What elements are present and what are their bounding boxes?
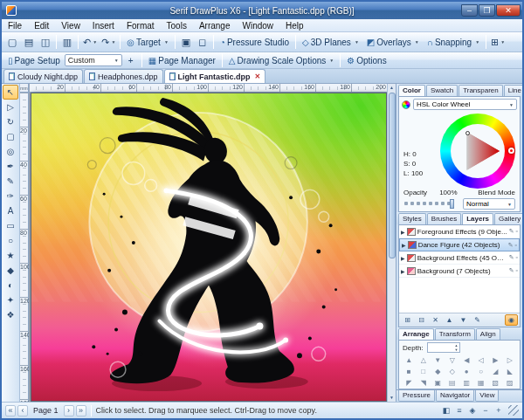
tab-transparen[interactable]: Transparen bbox=[458, 85, 503, 96]
restore-button[interactable]: ❐ bbox=[479, 4, 495, 17]
menu-file[interactable]: File bbox=[2, 19, 28, 32]
blend-tool[interactable]: ❖ bbox=[3, 307, 18, 322]
edit-layer-icon[interactable]: ✎ bbox=[509, 267, 514, 274]
paintbrush-tool[interactable]: ✑ bbox=[3, 189, 18, 203]
tab-brushes[interactable]: Brushes bbox=[427, 213, 461, 224]
opacity-slider-thumb[interactable] bbox=[450, 199, 454, 209]
print-icon[interactable]: ▥ bbox=[59, 34, 75, 50]
layer-row[interactable]: ▶Foreground Effects (9 Obje...✎▫ bbox=[399, 225, 520, 238]
line-width-icon[interactable]: ≡ bbox=[453, 405, 465, 417]
insert-picture-icon[interactable]: ▣ bbox=[178, 34, 194, 50]
transparency-tool[interactable]: ◐ bbox=[3, 278, 18, 293]
scroll-up-icon[interactable]: ▲ bbox=[390, 84, 394, 92]
quickshape-tool[interactable]: ★ bbox=[3, 248, 18, 263]
page-preset-select[interactable]: Custom▼ bbox=[65, 54, 122, 66]
arrange-action-icon[interactable]: ◢ bbox=[488, 366, 503, 377]
expand-icon[interactable]: ▶ bbox=[401, 229, 405, 235]
pressure-studio-button[interactable]: ◔ Pressure Studio bbox=[217, 34, 293, 50]
drawing-scale-button[interactable]: △ Drawing Scale Options▼ bbox=[225, 54, 337, 67]
first-page-button[interactable]: « bbox=[5, 405, 16, 417]
pen-tool[interactable]: ✒ bbox=[3, 159, 18, 174]
menu-tools[interactable]: Tools bbox=[161, 19, 193, 32]
add-page-icon[interactable]: + bbox=[123, 54, 139, 67]
close-button[interactable]: ✕ bbox=[496, 4, 521, 17]
zoom-in-icon[interactable]: + bbox=[493, 405, 505, 417]
menu-view[interactable]: View bbox=[55, 19, 86, 32]
arrange-action-icon[interactable]: ◤ bbox=[402, 377, 417, 389]
arrange-action-icon[interactable]: ◇ bbox=[445, 366, 460, 377]
arrange-action-icon[interactable]: ▷ bbox=[503, 355, 518, 366]
insert-frame-icon[interactable]: ◻ bbox=[195, 34, 210, 50]
arrange-action-icon[interactable]: ◥ bbox=[417, 377, 431, 389]
arrange-action-icon[interactable]: ▧ bbox=[488, 377, 503, 389]
snapping-dropdown[interactable]: ∩ Snapping▼ bbox=[424, 34, 483, 50]
arrange-action-icon[interactable]: ■ bbox=[402, 366, 417, 377]
target-dropdown[interactable]: ◎ Target▼ bbox=[123, 34, 171, 50]
add-layer-group-button[interactable]: ⊟ bbox=[415, 314, 428, 326]
minimize-button[interactable]: – bbox=[461, 4, 478, 17]
arrange-action-icon[interactable]: ◁ bbox=[474, 355, 489, 366]
planes-dropdown[interactable]: ◇ 3D Planes▼ bbox=[299, 34, 362, 50]
tab-styles[interactable]: Styles bbox=[398, 213, 426, 224]
lock-layer-icon[interactable]: ▫ bbox=[516, 228, 518, 235]
expand-icon[interactable]: ▶ bbox=[402, 242, 406, 248]
lock-layer-icon[interactable]: ▫ bbox=[516, 254, 518, 261]
arrange-action-icon[interactable]: ▨ bbox=[503, 377, 518, 389]
menu-edit[interactable]: Edit bbox=[28, 19, 55, 32]
zoom-out-icon[interactable]: − bbox=[479, 405, 492, 417]
menu-help[interactable]: Help bbox=[279, 19, 310, 32]
expand-icon[interactable]: ▶ bbox=[401, 268, 405, 274]
rectangle-tool[interactable]: ▭ bbox=[3, 218, 18, 233]
arrange-action-icon[interactable]: △ bbox=[417, 355, 431, 366]
layer-row[interactable]: ▶Background (7 Objects)✎▫ bbox=[399, 265, 520, 278]
effects-tool[interactable]: ✦ bbox=[3, 293, 18, 307]
color-mode-select[interactable]: HSL Color Wheel▼ bbox=[413, 99, 517, 110]
menu-insert[interactable]: Insert bbox=[86, 19, 121, 32]
hue-marker[interactable] bbox=[508, 148, 514, 154]
vertical-scrollbar[interactable]: ▲ ▼ bbox=[387, 84, 396, 402]
document-tab[interactable]: Cloudy Night.dpp bbox=[3, 69, 83, 83]
drawing-page[interactable] bbox=[31, 93, 387, 402]
delete-layer-button[interactable]: ✕ bbox=[429, 314, 442, 326]
crop-tool[interactable]: ▢ bbox=[3, 129, 18, 144]
pan-tool-icon[interactable]: ◈ bbox=[466, 405, 479, 417]
options-button[interactable]: ⚙ Options bbox=[343, 54, 390, 67]
lock-layer-icon[interactable]: ▫ bbox=[515, 242, 517, 249]
page-manager-button[interactable]: ▦ Page Manager bbox=[145, 54, 219, 67]
opacity-slider[interactable] bbox=[403, 200, 454, 208]
arrange-action-icon[interactable]: □ bbox=[417, 366, 431, 377]
layer-properties-button[interactable]: ✎ bbox=[471, 314, 484, 326]
layer-row[interactable]: ▶Dance Figure (42 Objects)✎▫ bbox=[399, 238, 520, 251]
arrange-action-icon[interactable]: ▽ bbox=[445, 355, 460, 366]
ruler-origin-button[interactable]: mm bbox=[20, 84, 29, 93]
text-tool[interactable]: A bbox=[3, 203, 18, 218]
scrollbar-thumb[interactable] bbox=[389, 93, 396, 258]
arrange-action-icon[interactable]: ○ bbox=[474, 366, 489, 377]
add-layer-button[interactable]: ⊞ bbox=[401, 314, 414, 326]
menu-arrange[interactable]: Arrange bbox=[193, 19, 237, 32]
document-tab[interactable]: Headphones.dpp bbox=[84, 69, 163, 83]
move-layer-up-button[interactable]: ▲ bbox=[443, 314, 456, 326]
last-page-button[interactable]: » bbox=[76, 405, 86, 417]
close-tab-icon[interactable]: ✕ bbox=[255, 72, 261, 80]
overlays-dropdown[interactable]: ◩ Overlays▼ bbox=[363, 34, 423, 50]
arrange-action-icon[interactable]: ◀ bbox=[459, 355, 474, 366]
tab-align[interactable]: Align bbox=[476, 328, 500, 340]
document-tab[interactable]: Light Fantastic.dpp✕ bbox=[164, 69, 266, 83]
arrange-action-icon[interactable]: ▲ bbox=[402, 355, 417, 366]
arrange-action-icon[interactable]: ▣ bbox=[431, 377, 445, 389]
tab-swatch[interactable]: Swatch bbox=[426, 85, 458, 96]
node-tool[interactable]: ▷ bbox=[3, 100, 18, 114]
ellipse-tool[interactable]: ○ bbox=[3, 233, 18, 248]
tab-navigator[interactable]: Navigator bbox=[436, 390, 474, 402]
menu-format[interactable]: Format bbox=[121, 19, 161, 32]
color-marker[interactable] bbox=[465, 131, 470, 135]
saturation-triangle[interactable] bbox=[451, 124, 505, 178]
grid-icon[interactable]: ⊞▼ bbox=[489, 34, 507, 50]
arrange-action-icon[interactable]: ● bbox=[459, 366, 474, 377]
expand-icon[interactable]: ▶ bbox=[401, 255, 405, 261]
arrange-action-icon[interactable]: ◆ bbox=[431, 366, 445, 377]
page-setup-button[interactable]: ▯ Page Setup bbox=[4, 54, 64, 67]
layer-row[interactable]: ▶Background Effects (45 Obj...✎▫ bbox=[399, 251, 520, 265]
arrange-action-icon[interactable]: ▶ bbox=[488, 355, 503, 366]
